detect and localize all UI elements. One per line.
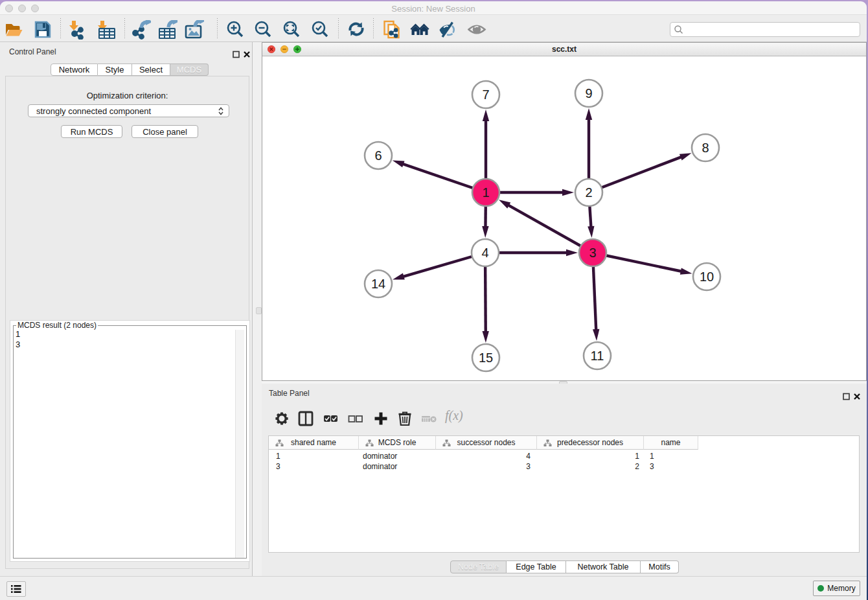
svg-text:11: 11: [591, 349, 604, 363]
svg-text:3: 3: [589, 246, 596, 260]
svg-text:9: 9: [585, 86, 592, 100]
svg-text:10: 10: [700, 270, 714, 284]
svg-text:1: 1: [482, 185, 489, 200]
svg-text:4: 4: [481, 246, 488, 260]
svg-text:15: 15: [479, 351, 493, 365]
svg-text:2: 2: [585, 185, 592, 200]
svg-text:7: 7: [482, 87, 489, 102]
svg-text:6: 6: [374, 148, 382, 163]
svg-text:14: 14: [371, 277, 385, 291]
svg-text:8: 8: [702, 141, 709, 155]
